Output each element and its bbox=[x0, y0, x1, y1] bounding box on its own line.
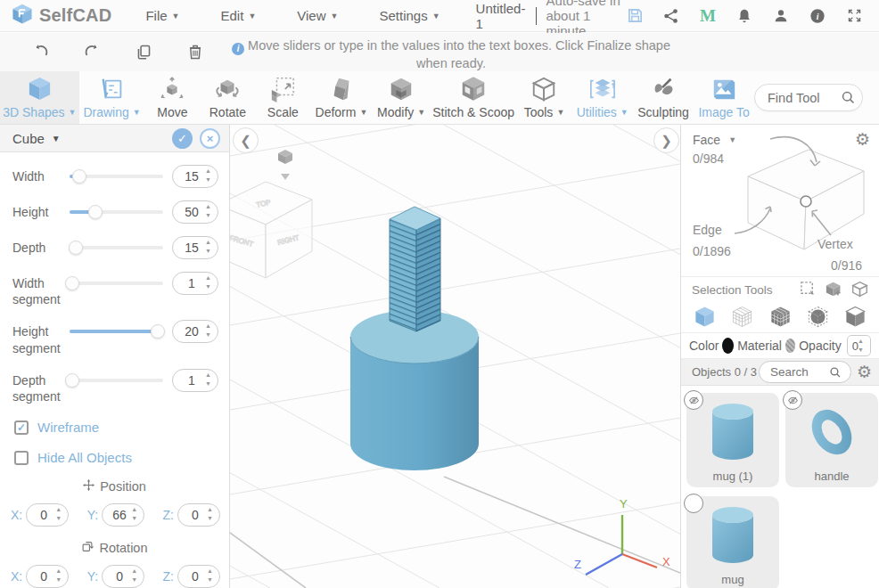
find-tool-search[interactable] bbox=[754, 84, 863, 111]
marquee-select-icon[interactable] bbox=[800, 281, 817, 300]
stepper-arrows[interactable]: ▲▼ bbox=[55, 506, 62, 524]
view-cube[interactable]: TOP FRONT RIGHT bbox=[230, 182, 312, 278]
stepper-arrows[interactable]: ▲▼ bbox=[205, 203, 211, 221]
position-x-input[interactable]: 0▲▼ bbox=[26, 503, 69, 527]
drop-gizmo-icon[interactable] bbox=[278, 150, 292, 180]
collapse-left-panel-button[interactable]: ❮ bbox=[233, 127, 259, 153]
depth-slider[interactable] bbox=[70, 236, 163, 259]
slider-knob[interactable] bbox=[65, 276, 79, 290]
info-icon[interactable]: i bbox=[809, 7, 826, 25]
objects-search[interactable] bbox=[759, 361, 851, 383]
width-input[interactable]: 15▲▼ bbox=[172, 165, 218, 188]
wireframe-checkbox[interactable]: ✓ bbox=[14, 421, 29, 435]
object-card-mug[interactable]: mug bbox=[686, 496, 779, 588]
visibility-toggle-hidden-icon[interactable] bbox=[783, 390, 802, 410]
selection-settings-gear-icon[interactable]: ⚙ bbox=[855, 131, 870, 148]
objects-search-input[interactable] bbox=[770, 365, 829, 379]
stepper-arrows[interactable]: ▲▼ bbox=[207, 506, 213, 524]
redo-button[interactable] bbox=[80, 40, 103, 63]
segmented-cube-object[interactable] bbox=[390, 207, 440, 331]
main-viewport[interactable]: ❮ ❯ bbox=[230, 125, 680, 588]
toolbar-item-drawing[interactable]: Drawing▼ bbox=[79, 71, 145, 124]
cube-select-mode-object[interactable] bbox=[693, 305, 717, 331]
width-slider[interactable] bbox=[70, 165, 163, 188]
menu-view[interactable]: View▼ bbox=[275, 8, 357, 23]
depth-input[interactable]: 15▲▼ bbox=[172, 236, 218, 259]
collapse-right-panel-button[interactable]: ❯ bbox=[653, 127, 679, 153]
notifications-icon[interactable] bbox=[735, 7, 753, 25]
stepper-arrows[interactable]: ▲▼ bbox=[858, 338, 864, 355]
account-icon[interactable] bbox=[772, 7, 790, 25]
toolbar-item-stitch-scoop[interactable]: Stitch & Scoop bbox=[431, 71, 517, 124]
open-cube-select-icon[interactable] bbox=[843, 305, 867, 331]
shape-title[interactable]: Cube▼ bbox=[12, 131, 61, 146]
material-swatch[interactable] bbox=[785, 339, 795, 353]
toolbar-item-utilities[interactable]: Utilities▼ bbox=[571, 71, 633, 124]
rotation-x-input[interactable]: 0▲▼ bbox=[26, 565, 69, 588]
copy-icon[interactable] bbox=[132, 40, 155, 63]
object-card-mug-1[interactable]: mug (1) bbox=[686, 393, 779, 487]
toolbar-item-tools[interactable]: Tools▼ bbox=[516, 71, 571, 124]
undo-button[interactable] bbox=[29, 40, 52, 63]
hide-all-objects-checkbox-row[interactable]: Hide All Objects bbox=[0, 450, 229, 465]
toolbar-item-image-to[interactable]: Image To bbox=[694, 71, 754, 124]
fullscreen-icon[interactable] bbox=[845, 7, 863, 25]
color-swatch[interactable] bbox=[722, 338, 734, 354]
opacity-input[interactable]: 0▲▼ bbox=[847, 335, 871, 356]
document-title[interactable]: Untitled-1 bbox=[476, 1, 526, 31]
sphere-in-cube-select-icon[interactable] bbox=[806, 305, 830, 331]
cube-add-select-icon[interactable] bbox=[826, 281, 842, 300]
mug-cylinder-object[interactable] bbox=[350, 310, 479, 470]
save-icon[interactable] bbox=[626, 7, 644, 25]
toolbar-item-rotate[interactable]: Rotate bbox=[200, 71, 255, 124]
stepper-arrows[interactable]: ▲▼ bbox=[205, 274, 211, 292]
menu-settings[interactable]: Settings▼ bbox=[357, 8, 459, 23]
rotation-y-input[interactable]: 0▲▼ bbox=[102, 565, 144, 588]
cube-region-select-icon[interactable] bbox=[851, 281, 868, 300]
selection-mode-dropdown[interactable]: Face▼ bbox=[693, 133, 736, 147]
width-segment-input[interactable]: 1▲▼ bbox=[172, 272, 218, 295]
height-input[interactable]: 50▲▼ bbox=[172, 200, 218, 224]
cube-select-mode-face[interactable] bbox=[768, 305, 793, 331]
toolbar-item-3d-shapes[interactable]: 3D Shapes▼ bbox=[0, 71, 79, 124]
delete-icon[interactable] bbox=[184, 40, 207, 63]
objects-settings-gear-icon[interactable]: ⚙ bbox=[857, 363, 872, 380]
menu-file[interactable]: File▼ bbox=[124, 8, 199, 23]
slider-knob[interactable] bbox=[72, 169, 86, 184]
find-tool-input[interactable] bbox=[768, 91, 841, 105]
object-card-handle[interactable]: handle bbox=[785, 393, 878, 487]
cube-select-mode-vertex[interactable] bbox=[730, 305, 754, 331]
cancel-shape-button[interactable]: × bbox=[200, 128, 220, 149]
stepper-arrows[interactable]: ▲▼ bbox=[205, 167, 211, 185]
rotation-z-input[interactable]: 0▲▼ bbox=[177, 565, 220, 588]
finalize-shape-button[interactable]: ✓ bbox=[172, 128, 193, 149]
toolbar-item-modify[interactable]: Modify▼ bbox=[373, 71, 431, 124]
width-segment-slider[interactable] bbox=[70, 272, 163, 295]
selfcad-logo[interactable]: SelfCAD bbox=[0, 3, 124, 29]
toolbar-item-move[interactable]: Move bbox=[144, 71, 200, 124]
height-segment-slider[interactable] bbox=[70, 320, 163, 343]
visibility-toggle-icon[interactable] bbox=[684, 494, 703, 513]
toolbar-item-sculpting[interactable]: Sculpting bbox=[633, 71, 694, 124]
stepper-arrows[interactable]: ▲▼ bbox=[205, 323, 211, 340]
depth-segment-slider[interactable] bbox=[70, 369, 163, 392]
stepper-arrows[interactable]: ▲▼ bbox=[205, 239, 211, 257]
share-icon[interactable] bbox=[662, 7, 680, 25]
stepper-arrows[interactable]: ▲▼ bbox=[205, 372, 211, 389]
slider-knob[interactable] bbox=[88, 205, 103, 219]
toolbar-item-scale[interactable]: Scale bbox=[255, 71, 310, 124]
hide-all-objects-checkbox[interactable] bbox=[14, 451, 29, 465]
slider-knob[interactable] bbox=[69, 241, 83, 255]
visibility-toggle-hidden-icon[interactable] bbox=[684, 390, 703, 410]
stepper-arrows[interactable]: ▲▼ bbox=[131, 506, 137, 524]
slider-knob[interactable] bbox=[65, 373, 79, 388]
height-slider[interactable] bbox=[70, 200, 163, 224]
slider-knob[interactable] bbox=[151, 324, 165, 339]
position-y-input[interactable]: 66▲▼ bbox=[102, 503, 144, 527]
stepper-arrows[interactable]: ▲▼ bbox=[131, 568, 137, 585]
wireframe-checkbox-row[interactable]: ✓ Wireframe bbox=[0, 420, 229, 435]
stepper-arrows[interactable]: ▲▼ bbox=[55, 568, 62, 585]
height-segment-input[interactable]: 20▲▼ bbox=[172, 320, 218, 343]
position-z-input[interactable]: 0▲▼ bbox=[177, 503, 220, 527]
stepper-arrows[interactable]: ▲▼ bbox=[207, 568, 213, 585]
